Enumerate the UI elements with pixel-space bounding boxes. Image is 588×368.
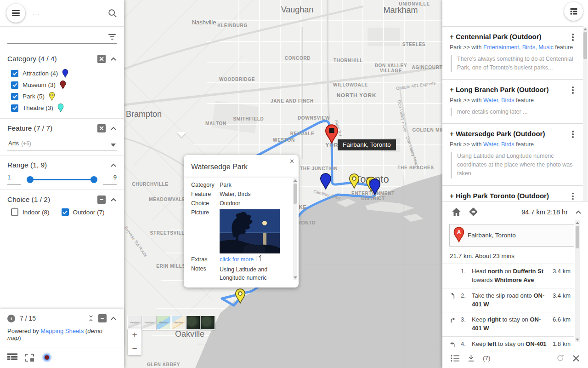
popup-close-icon[interactable]: ✕ [289,158,294,164]
range-collapse-chevron-icon[interactable] [110,163,117,167]
extras-link[interactable]: click for more [220,256,254,263]
place-card[interactable]: + High Park Toronto (Outdoor)Attraction … [442,185,583,201]
card-menu-icon[interactable] [569,192,577,200]
refresh-icon[interactable] [556,354,565,362]
search-icon[interactable] [107,8,118,18]
route-stop-marker[interactable] [325,124,339,145]
zoom-in-button[interactable]: + [128,328,141,342]
direction-step[interactable]: 4.Keep left to stay on ON-401 W1.8 km [442,337,574,348]
card-menu-icon[interactable] [569,86,577,94]
home-icon[interactable] [452,207,461,216]
map-type-thumbnail[interactable] [201,316,215,330]
svg-text:A: A [457,229,461,236]
range-slider-handle-min[interactable] [27,176,34,183]
choice-item: Outdoor (7) [62,208,105,216]
filter-section-feature: Feature (7 / 7) Arts (+6) [0,118,124,155]
popup-row: CategoryPark [191,182,292,188]
popup-body: CategoryParkFeatureWater, BirdsChoiceOut… [184,177,299,283]
map-type-thumbnail[interactable]: Hamilton [127,316,141,330]
popup-title-bar: Watersedge Park [184,155,299,177]
feature-links[interactable]: Entertainment, Birds, Music [483,44,554,51]
checkbox[interactable] [11,104,18,112]
locate-pulse-icon[interactable] [42,352,52,362]
step-distance: 1.8 km [549,340,571,348]
choice-partial-button[interactable] [97,196,106,204]
category-item-label: Museum (3) [23,81,56,88]
list-view-icon[interactable] [7,353,17,362]
checkbox[interactable] [11,208,18,216]
direction-step[interactable]: 2.Take the slip road onto ON-401 W3.4 km [442,288,574,313]
category-clear-button[interactable] [97,55,106,63]
feature-select[interactable]: Arts (+6) [7,137,117,150]
card-list-scrollbar[interactable] [583,27,588,201]
feature-select-value: Arts [8,140,19,147]
map-type-thumbnail[interactable]: Hamilton [171,316,186,330]
filter-section-choice: Choice (1 / 2) Indoor (8)Outdoor (7) [0,190,124,220]
yellow-pin-icon [49,92,55,101]
directions-panel: 94.7 km 2:18 hr A Fairbank, Toronto 21.7… [442,201,588,348]
card-menu-icon[interactable] [569,130,577,138]
blue-pin-icon [62,69,68,78]
range-section-title: Range (1, 9) [7,161,110,169]
place-card-meta: Park >> with Water, Birds feature [450,97,577,104]
place-pin-yellow[interactable] [349,173,360,190]
card-menu-icon[interactable] [569,33,577,41]
direction-step[interactable]: 1.Head north on Dufferin St towards Whit… [442,264,574,288]
close-panel-icon[interactable] [572,355,580,362]
place-pin-blue[interactable] [369,178,381,197]
dropdown-arrow-icon [111,144,116,147]
directions-collapse-chevron-icon[interactable] [575,210,582,214]
checkbox[interactable] [11,81,18,89]
toolbar-list-icon[interactable] [451,355,459,362]
map-type-thumbnail[interactable]: Hamilton [157,316,171,330]
search-input[interactable]: ... [33,10,107,17]
info-icon[interactable]: i [7,315,15,322]
result-count: (7) [483,355,548,362]
place-pin-blue[interactable] [320,173,332,191]
toggle-list-button[interactable] [564,2,583,21]
filter-icon[interactable] [107,33,117,40]
directions-scrollbar[interactable] [575,220,580,342]
range-min-value[interactable]: 1 [7,174,21,185]
checkbox[interactable] [11,93,18,100]
leg-summary: 21.7 km. About 23 mins [442,247,574,264]
place-card[interactable]: + Centennial Park (Outdoor)Park >> with … [442,26,583,79]
footer-minimize-button[interactable] [98,314,107,322]
checkbox[interactable] [62,208,69,216]
sidebar-footer-card: i 7 / 15 Powered by Mapping Sheets (demo… [0,309,124,347]
range-slider[interactable] [27,175,97,184]
download-icon[interactable] [467,354,475,362]
map-type-thumbnail[interactable]: Hamilton [142,316,156,330]
popup-picture[interactable] [220,209,280,253]
unfold-less-icon[interactable] [87,314,95,322]
popup-scrollbar[interactable] [293,178,297,280]
place-card-quote: There's always something to do at Centen… [451,55,577,73]
menu-button[interactable] [6,4,25,23]
place-card-title: + Watersedge Park (Outdoor) [450,130,569,138]
feature-clear-button[interactable] [97,124,106,132]
footer-collapse-chevron-icon[interactable] [110,316,117,321]
feature-collapse-chevron-icon[interactable] [110,126,117,131]
direction-step[interactable]: 3.Keep right to stay on ON-401 W6.6 km [442,312,574,337]
map-canvas[interactable]: UNIONVILLEVaughanMarkhamNashvilleKLEINBU… [124,0,442,368]
zoom-out-button[interactable]: − [128,342,141,356]
origin-waypoint[interactable]: A Fairbank, Toronto [449,224,574,247]
place-card[interactable]: + Watersedge Park (Outdoor)Park >> with … [442,123,583,185]
directions-icon[interactable] [469,207,478,217]
right-panel-toolbar: (7) [442,348,588,368]
place-card[interactable]: + Long Branch Park (Outdoor)Park >> with… [442,79,583,123]
range-slider-handle-max[interactable] [90,176,97,183]
category-collapse-chevron-icon[interactable] [110,57,117,61]
feature-links[interactable]: Water, Birds [483,97,514,104]
choice-collapse-chevron-icon[interactable] [110,197,117,202]
left-sidebar: ... Category (4 / 4) Attraction (4)Museu… [0,0,124,368]
step-number: 4. [461,340,472,348]
checkbox[interactable] [11,70,18,77]
range-max-value[interactable]: 9 [103,174,117,185]
feature-links[interactable]: Water, Birds [483,141,514,148]
map-type-thumbnail[interactable] [186,316,200,330]
popup-notes-text: Using Latitude and Longitude numeric coo… [220,265,280,283]
mapping-sheets-link[interactable]: Mapping Sheets [40,328,84,334]
area-select-icon[interactable] [25,354,34,362]
place-pin-yellow[interactable] [235,288,246,305]
